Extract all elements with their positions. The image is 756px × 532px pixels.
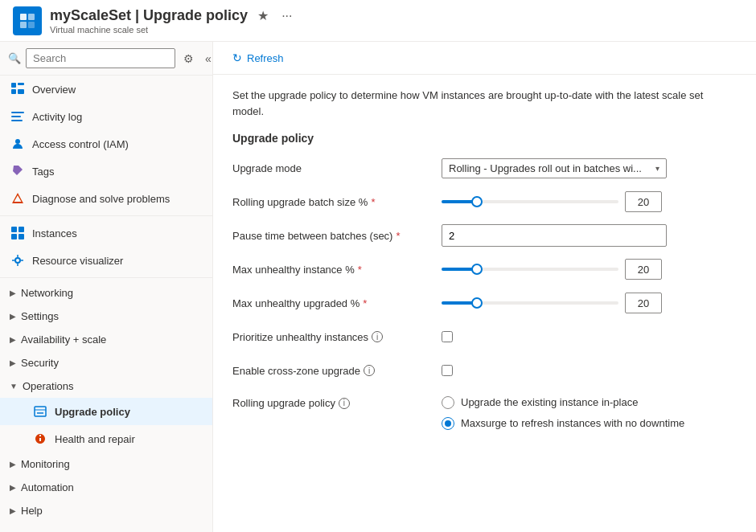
svg-rect-3	[28, 22, 35, 28]
sidebar-label-monitoring: Monitoring	[21, 458, 70, 470]
upgrade-mode-dropdown[interactable]: Rolling - Upgrades roll out in batches w…	[442, 158, 667, 178]
sidebar-item-automation[interactable]: ▶ Automation	[0, 476, 212, 499]
sidebar-item-activity-log[interactable]: Activity log	[0, 103, 212, 130]
rolling-policy-control: Upgrade the existing instance in-place M…	[442, 395, 737, 431]
sidebar-item-monitoring[interactable]: ▶ Monitoring	[0, 452, 212, 476]
sidebar-label-availability: Availability + scale	[21, 334, 106, 346]
svg-rect-14	[11, 234, 17, 239]
sidebar-label-help: Help	[21, 505, 43, 517]
section-title: Upgrade policy	[232, 132, 737, 145]
radio-label-inplace: Upgrade the existing instance in-place	[461, 395, 638, 410]
header-icon	[13, 6, 42, 35]
pause-time-input[interactable]	[442, 224, 667, 247]
header-title-group: myScaleSet | Upgrade policy ★ ··· Virtua…	[50, 6, 743, 35]
batch-size-thumb[interactable]	[471, 196, 483, 207]
sidebar-label-activity-log: Activity log	[32, 111, 82, 123]
chevron-right-availability: ▶	[10, 335, 16, 344]
upgrade-mode-row: Upgrade mode Rolling - Upgrades roll out…	[232, 156, 737, 180]
favorite-button[interactable]: ★	[254, 6, 272, 25]
collapse-button[interactable]: «	[202, 51, 213, 67]
sidebar-item-operations[interactable]: ▼ Operations	[0, 374, 212, 398]
search-section: 🔍 ⚙ «	[0, 42, 212, 76]
max-unhealthy-value[interactable]: 20	[625, 259, 662, 280]
chevron-right-settings: ▶	[10, 312, 16, 321]
scale-set-icon	[18, 12, 36, 30]
svg-rect-15	[18, 234, 24, 239]
svg-rect-2	[20, 22, 27, 28]
max-unhealthy-upgraded-label: Max unhealthy upgraded % *	[232, 297, 442, 309]
chevron-right-help: ▶	[10, 506, 16, 515]
max-unhealthy-row: Max unhealthy instance % * 20	[232, 257, 737, 281]
upgrade-policy-icon	[32, 403, 48, 419]
max-unhealthy-control: 20	[442, 259, 737, 280]
sidebar-item-availability[interactable]: ▶ Availability + scale	[0, 328, 212, 351]
more-button[interactable]: ···	[278, 7, 295, 25]
sidebar-item-instances[interactable]: Instances	[0, 219, 212, 247]
batch-size-slider-container: 20	[442, 191, 737, 212]
refresh-button[interactable]: ↻ Refresh	[226, 48, 290, 68]
rolling-policy-info-icon[interactable]: i	[339, 398, 350, 409]
access-control-icon	[10, 136, 26, 152]
search-icon: 🔍	[8, 52, 21, 64]
pause-time-row: Pause time between batches (sec) *	[232, 223, 737, 248]
rolling-policy-label: Rolling upgrade policy i	[232, 395, 442, 409]
batch-size-value[interactable]: 20	[625, 191, 662, 212]
svg-rect-9	[11, 116, 21, 117]
chevron-right-monitoring: ▶	[10, 460, 16, 469]
header: myScaleSet | Upgrade policy ★ ··· Virtua…	[0, 0, 756, 42]
pause-time-control	[442, 224, 737, 247]
toolbar: ↻ Refresh	[213, 42, 756, 75]
max-unhealthy-upgraded-control: 20	[442, 293, 737, 313]
diagnose-icon	[10, 190, 26, 207]
svg-rect-4	[11, 83, 16, 88]
upgrade-mode-label: Upgrade mode	[232, 162, 442, 174]
chevron-right-security: ▶	[10, 358, 16, 367]
sidebar-item-upgrade-policy[interactable]: Upgrade policy	[0, 398, 212, 425]
max-unhealthy-upgraded-thumb[interactable]	[471, 297, 483, 309]
prioritize-checkbox[interactable]	[442, 331, 453, 342]
sidebar-label-automation: Automation	[21, 481, 74, 493]
radio-option-maxsurge[interactable]: Maxsurge to refresh instances with no do…	[442, 416, 684, 431]
resource-visualizer-icon	[10, 252, 26, 268]
max-unhealthy-upgraded-slider-container: 20	[442, 293, 737, 313]
cross-zone-control	[442, 365, 737, 376]
pause-time-label: Pause time between batches (sec) *	[232, 230, 442, 242]
max-unhealthy-thumb[interactable]	[471, 264, 483, 275]
sidebar-item-resource-visualizer[interactable]: Resource visualizer	[0, 247, 212, 274]
overview-icon	[10, 81, 26, 97]
sidebar-item-overview[interactable]: Overview	[0, 76, 212, 103]
upgrade-mode-control: Rolling - Upgrades roll out in batches w…	[442, 158, 737, 178]
radio-circle-inplace	[442, 396, 454, 409]
sidebar-item-diagnose[interactable]: Diagnose and solve problems	[0, 185, 212, 212]
sidebar-label-diagnose: Diagnose and solve problems	[32, 193, 170, 205]
content-area: Set the upgrade policy to determine how …	[213, 75, 756, 453]
sidebar-item-health-repair[interactable]: Health and repair	[0, 425, 212, 452]
svg-rect-21	[35, 407, 46, 416]
sidebar-item-tags[interactable]: Tags	[0, 158, 212, 185]
sidebar-item-access-control[interactable]: Access control (IAM)	[0, 130, 212, 158]
radio-option-inplace[interactable]: Upgrade the existing instance in-place	[442, 395, 684, 410]
sidebar: 🔍 ⚙ « Overview Activity log	[0, 42, 213, 532]
required-marker-upgraded: *	[363, 297, 367, 309]
header-subtitle: Virtual machine scale set	[50, 25, 743, 35]
radio-inner-maxsurge	[445, 420, 451, 427]
sidebar-item-help[interactable]: ▶ Help	[0, 499, 212, 522]
rolling-policy-row: Rolling upgrade policy i Upgrade the exi…	[232, 392, 737, 431]
sidebar-item-networking[interactable]: ▶ Networking	[0, 281, 212, 305]
svg-rect-8	[11, 112, 24, 113]
page-title: myScaleSet | Upgrade policy ★ ···	[50, 6, 743, 25]
cross-zone-checkbox[interactable]	[442, 365, 453, 376]
search-settings-button[interactable]: ⚙	[180, 51, 197, 67]
sidebar-item-security[interactable]: ▶ Security	[0, 351, 212, 374]
prioritize-info-icon[interactable]: i	[372, 331, 383, 342]
svg-rect-12	[11, 227, 17, 232]
cross-zone-info-icon[interactable]: i	[364, 365, 375, 376]
sidebar-label-overview: Overview	[32, 84, 76, 96]
sidebar-label-security: Security	[21, 357, 59, 369]
sidebar-item-settings[interactable]: ▶ Settings	[0, 305, 212, 328]
search-input[interactable]	[26, 48, 175, 68]
radio-circle-maxsurge	[442, 417, 454, 430]
max-unhealthy-upgraded-value[interactable]: 20	[625, 293, 662, 313]
svg-point-16	[15, 258, 20, 263]
sidebar-label-networking: Networking	[21, 287, 73, 299]
